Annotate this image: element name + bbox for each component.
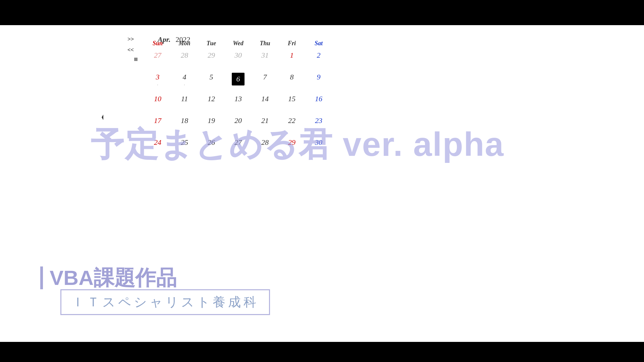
day-cell-30[interactable]: 30 xyxy=(305,135,332,157)
top-bar xyxy=(0,0,644,25)
week-marker-3 xyxy=(127,92,144,114)
main-content: >> Apr. 2022 << Sun Mon Tue Wed Thu Fri … xyxy=(0,25,644,342)
week-marker-4 xyxy=(127,114,144,135)
day-cell-31-mar[interactable]: 31 xyxy=(252,48,278,70)
day-cell-9[interactable]: 9 xyxy=(305,70,332,92)
day-cell-14[interactable]: 14 xyxy=(252,92,278,114)
day-cell-23[interactable]: 23 xyxy=(305,114,332,135)
day-cell-19[interactable]: 19 xyxy=(198,114,225,135)
day-cell-21[interactable]: 21 xyxy=(252,114,278,135)
week-col-header xyxy=(127,40,144,47)
day-cell-24[interactable]: 24 xyxy=(144,135,171,157)
day-header-thu: Thu xyxy=(252,40,278,47)
calendar: >> Apr. 2022 << Sun Mon Tue Wed Thu Fri … xyxy=(127,35,332,157)
day-cell-28-mar[interactable]: 28 xyxy=(171,48,198,70)
day-cell-4[interactable]: 4 . xyxy=(171,70,198,92)
day-cell-5[interactable]: 5 xyxy=(198,70,225,92)
day-header-mon: Mon xyxy=(171,40,198,47)
day-cell-6-today[interactable]: 6 xyxy=(225,70,252,92)
day-cell-17[interactable]: 17 xyxy=(144,114,171,135)
it-label-wrapper: ＩＴスペシャリスト養成科 xyxy=(60,289,270,315)
day-cell-2-apr[interactable]: 2 xyxy=(305,48,332,70)
vba-label: VBA課題作品 xyxy=(40,266,270,289)
day-header-wed: Wed xyxy=(225,40,252,47)
day-cell-29-mar[interactable]: 29 xyxy=(198,48,225,70)
day-cell-1-apr[interactable]: 1 xyxy=(278,48,305,70)
week-marker-1 xyxy=(127,48,144,70)
day-header-sun: Sun xyxy=(144,40,171,47)
day-cell-20[interactable]: 20 xyxy=(225,114,252,135)
day-cell-27-mar[interactable]: 27 xyxy=(144,48,171,70)
day-header-tue: Tue xyxy=(198,40,225,47)
day-cell-3[interactable]: 3 . xyxy=(144,70,171,92)
bottom-bar xyxy=(0,342,644,362)
day-cell-30-mar[interactable]: 30 xyxy=(225,48,252,70)
day-cell-16[interactable]: 16 xyxy=(305,92,332,114)
day-cell-12[interactable]: 12 xyxy=(198,92,225,114)
day-cell-28[interactable]: 28 xyxy=(252,135,278,157)
day-cell-25[interactable]: 25 xyxy=(171,135,198,157)
day-header-fri: Fri xyxy=(278,40,305,47)
day-header-sat: Sat xyxy=(305,40,332,47)
day-cell-18[interactable]: 18 xyxy=(171,114,198,135)
day-cell-15[interactable]: 15 xyxy=(278,92,305,114)
day-cell-11[interactable]: 11 xyxy=(171,92,198,114)
day-cell-27[interactable]: 27 xyxy=(225,135,252,157)
day-cell-22[interactable]: 22 xyxy=(278,114,305,135)
day-cell-13[interactable]: 13 xyxy=(225,92,252,114)
it-label: ＩＴスペシャリスト養成科 xyxy=(71,294,259,311)
week-marker-5 xyxy=(127,135,144,157)
cursor-indicator xyxy=(102,115,103,120)
week-marker-2 xyxy=(127,70,144,92)
day-cell-26[interactable]: 26 xyxy=(198,135,225,157)
day-cell-10[interactable]: 10 xyxy=(144,92,171,114)
bottom-section: VBA課題作品 ＩＴスペシャリスト養成科 xyxy=(40,266,270,315)
day-cell-8[interactable]: 8 xyxy=(278,70,305,92)
day-cell-29[interactable]: 29 xyxy=(278,135,305,157)
day-cell-7[interactable]: 7 xyxy=(252,70,278,92)
